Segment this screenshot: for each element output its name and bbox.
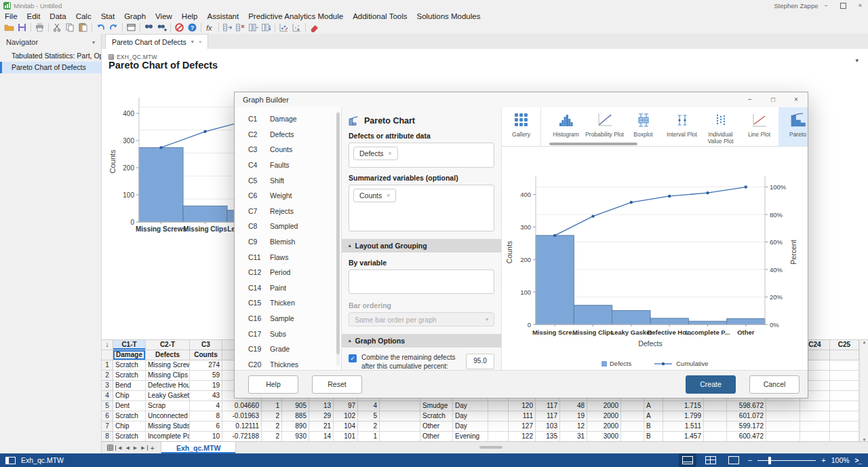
- cell-r8-c14[interactable]: 122: [509, 432, 536, 442]
- by-variable-field[interactable]: [349, 269, 494, 294]
- cut-icon[interactable]: [52, 22, 63, 33]
- column-item-c14[interactable]: C14Paint: [235, 280, 341, 296]
- dialog-close-icon[interactable]: ×: [785, 92, 808, 107]
- cell-r5-c22[interactable]: 598.672: [727, 401, 766, 411]
- cell-r6-c24[interactable]: [800, 411, 830, 422]
- cell-r7-c9[interactable]: 2: [358, 422, 380, 432]
- menu-edit[interactable]: Edit: [22, 12, 45, 20]
- menu-stat[interactable]: Stat: [96, 12, 119, 20]
- dialog-maximize-icon[interactable]: □: [762, 92, 785, 107]
- reset-button[interactable]: Reset: [312, 375, 362, 394]
- open-file-icon[interactable]: [3, 22, 15, 33]
- gallery-item-gallery[interactable]: Gallery: [502, 107, 541, 146]
- worksheet-manager-icon[interactable]: [105, 445, 115, 451]
- bar-ordering-select[interactable]: Same bar order per graph ▾: [349, 312, 494, 326]
- column-item-c9[interactable]: C9Blemish: [235, 234, 341, 250]
- cell-r5-c23[interactable]: [766, 401, 800, 411]
- cell-r6-c2[interactable]: Unconnected Wir: [146, 411, 190, 422]
- column-item-c2[interactable]: C2Defects: [235, 127, 341, 143]
- find-icon[interactable]: [143, 22, 155, 33]
- combine-checkbox[interactable]: ✓: [349, 354, 357, 362]
- select-points-icon[interactable]: [291, 22, 302, 33]
- cell-r7-c19[interactable]: B: [644, 422, 663, 432]
- cell-r5-c20[interactable]: 1.715: [663, 401, 704, 411]
- command-line-icon[interactable]: >_: [855, 457, 861, 464]
- cell-r7-c8[interactable]: 104: [334, 422, 358, 432]
- cell-r7-c15[interactable]: 103: [536, 422, 560, 432]
- row-number-6[interactable]: 6: [102, 411, 113, 422]
- menu-solutions-modules[interactable]: Solutions Modules: [412, 12, 485, 20]
- cell-r6-c4[interactable]: -0.01963: [222, 411, 262, 422]
- create-button[interactable]: Create: [686, 375, 736, 394]
- column-name-c25[interactable]: [830, 350, 859, 360]
- column-item-c11[interactable]: C11Flaws: [235, 249, 341, 265]
- column-header-c25[interactable]: C25: [830, 340, 859, 350]
- cell-r7-c3[interactable]: 6: [190, 422, 222, 432]
- copy-icon[interactable]: [64, 22, 76, 33]
- cell-r8-c5[interactable]: 2: [262, 432, 282, 442]
- row-number-8[interactable]: 8: [102, 432, 113, 442]
- cell-r6-c6[interactable]: 885: [282, 411, 309, 422]
- cell-r6-c1[interactable]: Scratch: [113, 411, 146, 422]
- menu-help[interactable]: Help: [177, 12, 203, 20]
- cell-r6-c8[interactable]: 102: [334, 411, 358, 422]
- column-header-c3[interactable]: C3: [190, 340, 222, 350]
- cell-r5-c11[interactable]: Smudge: [420, 401, 453, 411]
- tab-close-icon[interactable]: ×: [199, 39, 202, 45]
- cell-r8-c4[interactable]: -0.72188: [222, 432, 262, 442]
- remove-counts-chip-icon[interactable]: ×: [387, 192, 390, 199]
- cell-r3-c1[interactable]: Bend: [113, 381, 146, 391]
- cell-r1-c3[interactable]: 274: [190, 360, 222, 371]
- cell-r8-c7[interactable]: 14: [309, 432, 334, 442]
- cell-r5-c9[interactable]: 4: [358, 401, 380, 411]
- cell-r8-c24[interactable]: [800, 432, 830, 442]
- cell-r5-c3[interactable]: 4: [190, 401, 222, 411]
- cell-r8-c15[interactable]: 135: [536, 432, 560, 442]
- cell-r5-c2[interactable]: Scrap: [146, 401, 190, 411]
- restore-button[interactable]: [840, 3, 846, 9]
- cancel-button[interactable]: Cancel: [749, 375, 800, 394]
- menu-graph[interactable]: Graph: [119, 12, 151, 20]
- next-worksheet-icon[interactable]: ▶: [132, 445, 139, 451]
- gallery-item-line-plot[interactable]: Line Plot: [740, 107, 778, 146]
- cell-r8-c8[interactable]: 101: [334, 432, 358, 442]
- zoom-in-button[interactable]: +: [821, 456, 825, 464]
- graph-options-section-header[interactable]: ▴ Graph Options: [342, 334, 501, 348]
- cell-r7-c5[interactable]: 2: [262, 422, 282, 432]
- cell-r7-c13[interactable]: [488, 422, 509, 432]
- cell-r5-c6[interactable]: 905: [282, 401, 309, 411]
- close-button[interactable]: ×: [852, 0, 868, 11]
- menu-additional-tools[interactable]: Additional Tools: [348, 12, 412, 20]
- column-item-c7[interactable]: C7Rejects: [235, 204, 341, 219]
- cell-r8-c6[interactable]: 930: [282, 432, 309, 442]
- cell-r8-c20[interactable]: 1.457: [663, 432, 704, 442]
- cell-r8-c2[interactable]: Incomplete Part: [146, 432, 190, 442]
- cell-r1-c2[interactable]: Missing Screws: [146, 360, 190, 371]
- help-button[interactable]: Help: [248, 375, 298, 394]
- cell-r6-c5[interactable]: 2: [262, 411, 282, 422]
- cell-r6-c11[interactable]: Scratch: [420, 411, 453, 422]
- new-window-icon[interactable]: [125, 22, 137, 33]
- defects-field[interactable]: Defects ×: [349, 143, 494, 168]
- remove-defects-chip-icon[interactable]: ×: [389, 150, 392, 157]
- prev-worksheet-icon[interactable]: ◀: [123, 445, 131, 451]
- cell-r6-c10[interactable]: [380, 411, 420, 422]
- defects-variable-chip[interactable]: Defects ×: [353, 147, 398, 160]
- cell-r3-c25[interactable]: [830, 381, 859, 391]
- output-options-chevron-icon[interactable]: ▾: [855, 57, 859, 64]
- cell-r6-c25[interactable]: [830, 411, 859, 422]
- cell-r2-c2[interactable]: Missing Clips: [146, 371, 190, 381]
- cell-r5-c17[interactable]: 2000: [587, 401, 621, 411]
- column-item-c16[interactable]: C16Sample: [235, 311, 341, 326]
- column-header-c2-t[interactable]: C2-T: [146, 340, 190, 350]
- sort-columns-icon[interactable]: [260, 22, 272, 33]
- view-data-icon[interactable]: [679, 453, 696, 467]
- gallery-item-boxplot[interactable]: Boxplot: [624, 107, 663, 146]
- cell-r7-c6[interactable]: 890: [282, 422, 309, 432]
- cell-r6-c17[interactable]: 2000: [587, 411, 621, 422]
- cell-r7-c11[interactable]: Other: [420, 422, 453, 432]
- gallery-item-interval-plot[interactable]: Interval Plot: [663, 107, 701, 146]
- cumulative-percent-input[interactable]: 95.0: [466, 354, 494, 369]
- tab-dropdown-icon[interactable]: ▾: [191, 39, 194, 45]
- row-number-7[interactable]: 7: [102, 422, 113, 432]
